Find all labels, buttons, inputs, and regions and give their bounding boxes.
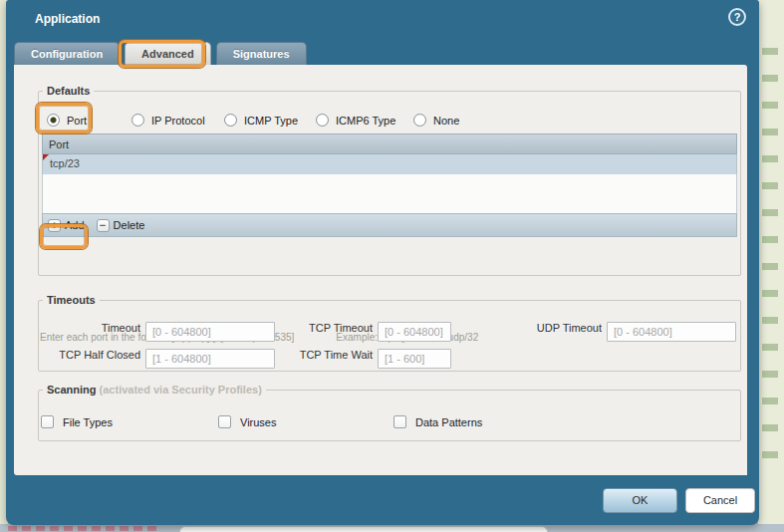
cancel-button[interactable]: Cancel (685, 488, 755, 513)
radio-ip-protocol-control[interactable] (131, 114, 144, 127)
defaults-legend: Defaults (43, 85, 94, 97)
udp-timeout-input[interactable] (607, 322, 736, 342)
tcp-timeout-input[interactable] (378, 322, 451, 342)
table-toolbar: + Add − Delete (42, 213, 737, 237)
tab-advanced[interactable]: Advanced (125, 42, 211, 65)
file-types-checkbox-control[interactable] (41, 415, 54, 428)
scanning-section: Scanning (activated via Security Profile… (38, 384, 741, 441)
radio-icmp-type-control[interactable] (224, 114, 237, 127)
radio-ip-protocol[interactable]: IP Protocol (131, 114, 224, 127)
port-column-header[interactable]: Port (42, 133, 737, 154)
ok-button[interactable]: OK (603, 488, 677, 513)
port-cell-value: tcp/23 (50, 157, 80, 169)
radio-port-control[interactable] (47, 114, 60, 127)
tcp-half-closed-label: TCP Half Closed (39, 349, 140, 361)
radio-port-label: Port (67, 115, 87, 127)
radio-icmp-type-label: ICMP Type (244, 115, 298, 127)
file-types-label: File Types (63, 416, 113, 428)
udp-timeout-label: UDP Timeout (492, 322, 602, 334)
timeouts-legend: Timeouts (43, 294, 100, 306)
radio-none[interactable]: None (413, 114, 473, 127)
background-page-right (758, 0, 784, 532)
tcp-timeout-label: TCP Timeout (238, 322, 373, 334)
tab-signatures[interactable]: Signatures (216, 42, 307, 65)
scanning-legend-note: (activated via Security Profiles) (100, 384, 262, 396)
tab-bar: Configuration Advanced Signatures (14, 19, 307, 65)
radio-none-label: None (433, 115, 459, 127)
checkbox-data-patterns[interactable]: Data Patterns (393, 415, 482, 428)
help-icon[interactable]: ? (728, 8, 746, 26)
radio-icmp6-type[interactable]: ICMP6 Type (316, 114, 413, 127)
checkbox-file-types[interactable]: File Types (41, 415, 113, 428)
radio-port[interactable]: Port (47, 114, 131, 127)
scanning-legend: Scanning (activated via Security Profile… (43, 384, 266, 396)
application-dialog: Application ? Configuration Advanced Sig… (6, 0, 759, 525)
checkbox-viruses[interactable]: Viruses (218, 415, 276, 428)
tab-configuration[interactable]: Configuration (14, 42, 120, 65)
delete-icon: − (97, 219, 110, 232)
background-marks (8, 526, 157, 531)
background-panel-edge (179, 526, 548, 532)
delete-button[interactable]: − Delete (97, 219, 145, 232)
scanning-legend-text: Scanning (47, 384, 97, 396)
tcp-time-wait-input[interactable] (378, 349, 451, 369)
modified-marker-icon (43, 154, 49, 160)
delete-button-label: Delete (114, 219, 145, 231)
radio-icmp6-type-control[interactable] (316, 114, 329, 127)
radio-icmp6-type-label: ICMP6 Type (336, 115, 395, 127)
defaults-radio-group: Port IP Protocol ICMP Type ICMP6 Type No… (47, 114, 473, 127)
timeouts-section: Timeouts Timeout TCP Timeout UDP Timeout… (38, 294, 741, 372)
add-button-label: Add (65, 219, 85, 231)
add-icon: + (48, 219, 61, 232)
viruses-label: Viruses (240, 416, 276, 428)
radio-ip-protocol-label: IP Protocol (151, 115, 205, 127)
table-row[interactable]: tcp/23 (42, 154, 737, 174)
tcp-time-wait-label: TCP Time Wait (238, 349, 373, 361)
port-table: Port tcp/23 + Add − Delete (42, 133, 737, 237)
data-patterns-label: Data Patterns (415, 416, 482, 428)
background-text-blur (762, 48, 778, 466)
scanning-checkbox-row: File Types Viruses Data Patterns (41, 415, 742, 435)
table-empty-area (42, 174, 737, 213)
add-button[interactable]: + Add (48, 219, 85, 232)
radio-none-control[interactable] (413, 114, 426, 127)
timeout-label: Timeout (39, 322, 140, 334)
radio-icmp-type[interactable]: ICMP Type (224, 114, 316, 127)
tab-content-panel: Defaults Port IP Protocol ICMP Type ICMP… (14, 65, 747, 475)
data-patterns-checkbox-control[interactable] (393, 415, 406, 428)
viruses-checkbox-control[interactable] (218, 415, 231, 428)
defaults-section: Defaults Port IP Protocol ICMP Type ICMP… (38, 85, 741, 276)
